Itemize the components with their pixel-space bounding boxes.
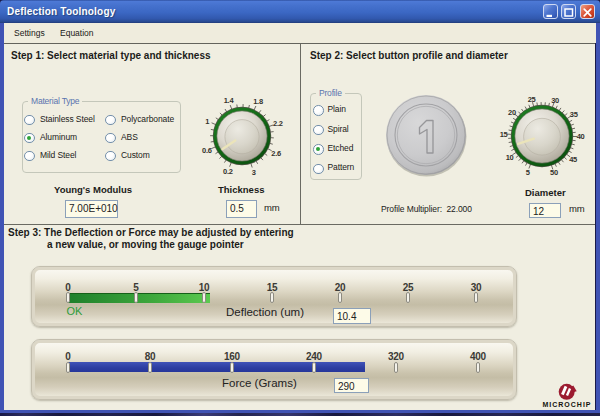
svg-text:2.6: 2.6 <box>271 148 281 157</box>
svg-text:1.4: 1.4 <box>223 96 234 105</box>
svg-text:35: 35 <box>570 110 578 119</box>
svg-text:3: 3 <box>251 167 255 176</box>
svg-text:MICROCHIP: MICROCHIP <box>542 401 591 408</box>
svg-text:10: 10 <box>506 153 514 162</box>
svg-text:0.6: 0.6 <box>202 146 212 155</box>
svg-text:20: 20 <box>508 108 516 117</box>
svg-text:0.2: 0.2 <box>223 167 233 176</box>
svg-text:1: 1 <box>205 116 209 125</box>
svg-text:25: 25 <box>528 95 536 104</box>
svg-text:5: 5 <box>526 168 530 177</box>
svg-text:45: 45 <box>569 155 577 164</box>
svg-text:50: 50 <box>550 168 558 177</box>
svg-text:30: 30 <box>551 96 559 105</box>
svg-text:15: 15 <box>500 130 508 139</box>
svg-text:40: 40 <box>577 132 585 141</box>
svg-text:2.2: 2.2 <box>273 119 283 128</box>
svg-text:1.8: 1.8 <box>253 97 263 106</box>
